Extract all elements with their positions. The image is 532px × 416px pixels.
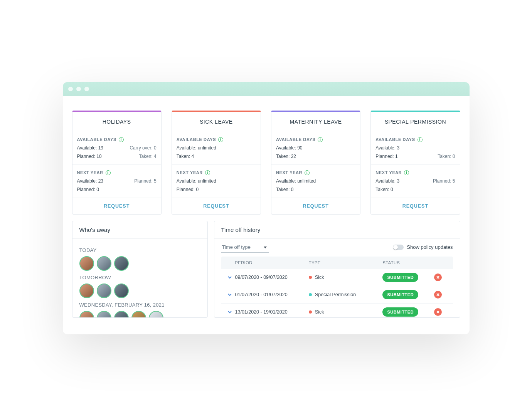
info-icon[interactable]: i	[418, 137, 423, 142]
section-head: AVAILABLE DAYSi	[375, 132, 455, 145]
next-year-section: NEXT YEARiAvailable: 3Planned: 5Taken: 0	[371, 165, 460, 198]
cell-actions	[434, 291, 450, 299]
avatar[interactable]	[114, 311, 129, 317]
delete-button[interactable]	[434, 273, 442, 281]
show-policy-updates-toggle[interactable]: Show policy updates	[393, 244, 453, 250]
type-label: Sick	[315, 275, 324, 280]
away-day-label: TOMORROW	[79, 275, 200, 280]
stat: Carry over: 0	[117, 145, 157, 151]
card-title: SICK LEAVE	[172, 112, 261, 132]
away-day-label: WEDNESDAY, FEBRUARY 16, 2021	[79, 302, 200, 308]
chevron-down-icon[interactable]	[224, 310, 235, 314]
avatar[interactable]	[79, 311, 94, 317]
request-button[interactable]: REQUEST	[172, 198, 261, 214]
info-icon[interactable]: i	[218, 137, 223, 142]
available-days-section: AVAILABLE DAYSiAvailable: 19Carry over: …	[72, 132, 161, 165]
leave-card: SICK LEAVEAVAILABLE DAYSiAvailable: unli…	[172, 111, 261, 215]
col-type: TYPE	[309, 260, 382, 265]
card-title: SPECIAL PERMISSION	[371, 112, 460, 132]
section-label: NEXT YEAR	[276, 170, 302, 175]
cell-status: SUBMITTED	[382, 273, 434, 282]
cell-period: 13/01/2020 - 19/01/2020	[235, 309, 309, 315]
stat: Planned: 5	[415, 178, 455, 184]
status-badge: SUBMITTED	[382, 273, 418, 282]
info-icon[interactable]: i	[205, 170, 210, 175]
request-button[interactable]: REQUEST	[371, 198, 460, 214]
stat: Taken: 22	[276, 154, 355, 159]
info-icon[interactable]: i	[318, 137, 323, 142]
stat: Taken: 0	[415, 154, 455, 159]
avatar[interactable]	[131, 311, 146, 317]
cell-actions	[434, 273, 450, 281]
avatar-row	[79, 311, 200, 317]
section-head: NEXT YEARi	[77, 165, 157, 178]
delete-button[interactable]	[434, 291, 442, 299]
section-head: NEXT YEARi	[177, 165, 256, 178]
avatar[interactable]	[114, 283, 129, 298]
leave-card: MATERNITY LEAVEAVAILABLE DAYSiAvailable:…	[271, 111, 360, 215]
type-label: Special Permission	[315, 292, 356, 297]
leave-card: SPECIAL PERMISSIONAVAILABLE DAYSiAvailab…	[370, 111, 460, 215]
type-dot-icon	[309, 310, 312, 314]
stat: Planned: 0	[77, 187, 157, 192]
info-icon[interactable]: i	[305, 170, 310, 175]
away-day-label: TODAY	[79, 247, 200, 253]
type-dot-icon	[309, 276, 312, 279]
cell-actions	[434, 308, 450, 316]
request-button[interactable]: REQUEST	[72, 198, 161, 214]
avatar[interactable]	[97, 283, 111, 298]
status-badge: SUBMITTED	[382, 290, 418, 299]
toggle-switch[interactable]	[393, 245, 404, 250]
next-year-section: NEXT YEARiAvailable: 23Planned: 5Planned…	[72, 165, 161, 198]
content-area: HOLIDAYSAVAILABLE DAYSiAvailable: 19Carr…	[63, 96, 470, 334]
avatar[interactable]	[97, 311, 111, 317]
stat-grid: Available: 19Carry over: 0Planned: 10Tak…	[77, 145, 157, 159]
type-label: Sick	[315, 309, 324, 315]
cell-type: Special Permission	[309, 292, 382, 297]
request-button[interactable]: REQUEST	[271, 198, 360, 214]
delete-button[interactable]	[434, 308, 442, 316]
section-label: AVAILABLE DAYS	[177, 137, 216, 142]
chevron-down-icon[interactable]	[224, 275, 235, 280]
stat: Available: 3	[375, 178, 415, 184]
app-window: HOLIDAYSAVAILABLE DAYSiAvailable: 19Carr…	[63, 82, 470, 334]
info-icon[interactable]: i	[404, 170, 409, 175]
section-head: AVAILABLE DAYSi	[276, 132, 355, 145]
stat-grid: Available: 3Planned: 5Taken: 0	[375, 178, 455, 192]
avatar[interactable]	[114, 256, 129, 271]
available-days-section: AVAILABLE DAYSiAvailable: unlimitedTaken…	[172, 132, 261, 165]
avatar[interactable]	[149, 311, 163, 317]
history-table: PERIOD TYPE STATUS 09/07/2020 - 09/07/20…	[214, 253, 460, 317]
card-title: HOLIDAYS	[72, 112, 161, 132]
time-off-type-select[interactable]: Time off type	[221, 242, 269, 253]
whos-away-panel: Who's away TODAYTOMORROWWEDNESDAY, FEBRU…	[72, 221, 208, 318]
chevron-down-icon[interactable]	[224, 292, 235, 297]
stat-grid: Available: unlimitedPlanned: 0	[177, 178, 256, 192]
stat: Available: unlimited	[177, 145, 256, 151]
available-days-section: AVAILABLE DAYSiAvailable: 90Taken: 22	[271, 132, 360, 165]
info-icon[interactable]: i	[106, 170, 111, 175]
stat: Taken: 4	[177, 154, 256, 159]
section-label: AVAILABLE DAYS	[77, 137, 116, 142]
stat: Planned: 5	[117, 178, 157, 184]
next-year-section: NEXT YEARiAvailable: unlimitedTaken: 0	[271, 165, 360, 198]
panel-title: Time off history	[214, 221, 460, 239]
avatar[interactable]	[79, 283, 94, 298]
cell-type: Sick	[309, 275, 382, 280]
stat: Available: unlimited	[177, 178, 256, 184]
stat-grid: Available: unlimitedTaken: 0	[276, 178, 355, 192]
avatar[interactable]	[97, 256, 111, 271]
avatar[interactable]	[79, 256, 94, 271]
table-row: 09/07/2020 - 09/07/2020SickSUBMITTED	[221, 269, 453, 286]
stat: Planned: 0	[177, 187, 256, 192]
stat: Planned: 1	[375, 154, 415, 159]
window-dot	[84, 87, 89, 91]
toggle-label: Show policy updates	[407, 244, 453, 250]
stat-grid: Available: 23Planned: 5Planned: 0	[77, 178, 157, 192]
cell-status: SUBMITTED	[382, 290, 434, 299]
stat: Available: 3	[375, 145, 455, 151]
info-icon[interactable]: i	[119, 137, 124, 142]
table-row: 13/01/2020 - 19/01/2020SickSUBMITTED	[221, 304, 453, 317]
section-head: AVAILABLE DAYSi	[77, 132, 157, 145]
stat-grid: Available: 3Planned: 1Taken: 0	[375, 145, 455, 159]
